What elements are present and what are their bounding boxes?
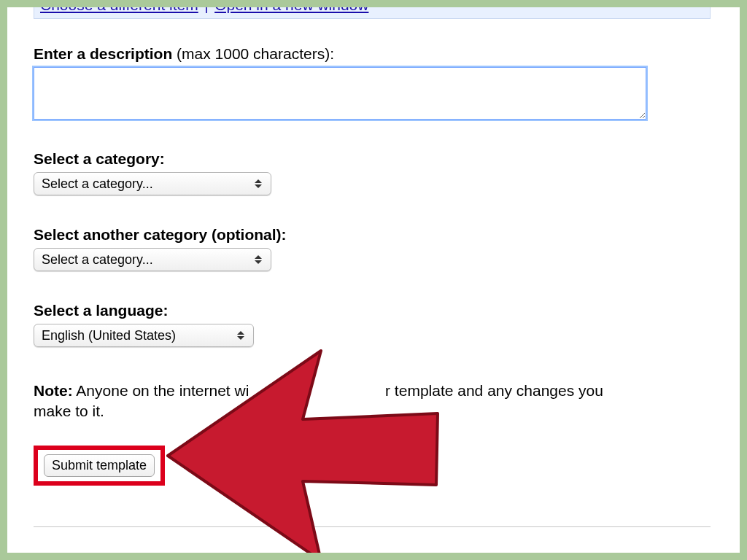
info-bar: Choose a different item | Open in a new … xyxy=(34,7,711,19)
screenshot-frame: Choose a different item | Open in a new … xyxy=(0,0,747,560)
note-bold: Note: xyxy=(34,382,73,399)
submit-highlight-box: Submit template xyxy=(34,446,165,486)
language-label: Select a language: xyxy=(34,302,711,319)
description-label-bold: Enter a description xyxy=(34,45,172,62)
chevron-updown-icon xyxy=(236,324,246,346)
note-text: Note: Anyone on the internet wi r templa… xyxy=(34,381,639,422)
category2-block: Select another category (optional): Sele… xyxy=(34,226,711,271)
description-block: Enter a description (max 1000 characters… xyxy=(34,45,711,120)
choose-different-item-link[interactable]: Choose a different item xyxy=(40,7,198,13)
category2-label: Select another category (optional): xyxy=(34,226,711,244)
open-new-window-link[interactable]: Open in a new window xyxy=(214,7,368,13)
category2-select[interactable]: Select a category... xyxy=(34,248,271,271)
description-label: Enter a description (max 1000 characters… xyxy=(34,45,711,63)
page: Choose a different item | Open in a new … xyxy=(7,7,740,553)
annotation-arrow-icon xyxy=(160,346,481,553)
note-before: Anyone on the internet wi xyxy=(73,382,249,399)
category2-select-value: Select a category... xyxy=(42,252,153,267)
description-label-rest: (max 1000 characters): xyxy=(172,45,334,62)
divider xyxy=(34,526,711,527)
category-select-value: Select a category... xyxy=(42,176,153,191)
chevron-updown-icon xyxy=(253,249,263,271)
language-select[interactable]: English (United States) xyxy=(34,324,254,347)
category-select[interactable]: Select a category... xyxy=(34,172,271,195)
category-label: Select a category: xyxy=(34,150,711,168)
submit-template-button[interactable]: Submit template xyxy=(44,454,155,477)
description-textarea[interactable] xyxy=(34,67,646,120)
language-select-value: English (United States) xyxy=(42,328,176,343)
language-block: Select a language: English (United State… xyxy=(34,302,711,347)
separator: | xyxy=(201,7,211,13)
chevron-updown-icon xyxy=(253,173,263,195)
category-block: Select a category: Select a category... xyxy=(34,150,711,195)
